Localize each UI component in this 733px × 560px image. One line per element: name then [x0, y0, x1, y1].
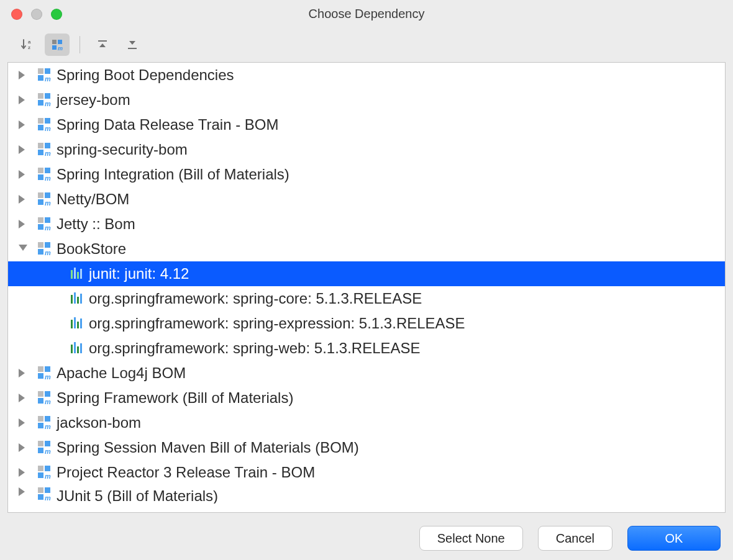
- tree-item-label: Spring Session Maven Bill of Materials (…: [57, 439, 725, 456]
- maven-module-icon: [35, 192, 54, 206]
- chevron-right-icon: [19, 369, 27, 377]
- disclosure-arrow[interactable]: [8, 468, 35, 477]
- tree-item-module[interactable]: Spring Boot Dependencies: [8, 63, 725, 88]
- tree-item-module[interactable]: Apache Log4j BOM: [8, 361, 725, 386]
- tree-item-module[interactable]: jersey-bom: [8, 88, 725, 112]
- disclosure-arrow[interactable]: [8, 220, 35, 228]
- svg-text:m: m: [58, 45, 63, 52]
- disclosure-arrow[interactable]: [8, 245, 35, 253]
- svg-rect-4: [52, 45, 57, 50]
- tree-item-library[interactable]: junit: junit: 4.12: [8, 261, 725, 286]
- chevron-right-icon: [19, 487, 27, 496]
- disclosure-arrow[interactable]: [8, 195, 35, 204]
- dialog-window: Choose Dependency a z m: [0, 0, 733, 560]
- chevron-down-icon: [19, 245, 27, 253]
- dialog-footer: Select None Cancel OK: [0, 517, 733, 560]
- tree-item-module[interactable]: Jetty :: Bom: [8, 212, 725, 237]
- maven-module-icon: [35, 366, 54, 380]
- maven-module-icon: [35, 466, 54, 479]
- tree-item-label: spring-security-bom: [57, 141, 725, 158]
- svg-text:a: a: [28, 39, 31, 45]
- minimize-window-button[interactable]: [31, 9, 42, 20]
- titlebar: Choose Dependency: [0, 0, 733, 27]
- dependency-tree[interactable]: Spring Boot Dependenciesjersey-bomSpring…: [8, 63, 725, 512]
- chevron-right-icon: [19, 145, 27, 154]
- sort-alpha-button[interactable]: a z: [15, 34, 40, 56]
- maximize-window-button[interactable]: [51, 9, 62, 20]
- tree-item-module[interactable]: Project Reactor 3 Release Train - BOM: [8, 460, 725, 485]
- tree-item-module[interactable]: JUnit 5 (Bill of Materials): [8, 485, 725, 504]
- maven-module-icon: [35, 391, 54, 405]
- maven-module-icon: [35, 441, 54, 454]
- maven-module-icon: [35, 93, 54, 107]
- library-icon: [68, 292, 86, 305]
- disclosure-arrow[interactable]: [8, 96, 35, 104]
- disclosure-arrow[interactable]: [8, 394, 35, 402]
- chevron-right-icon: [19, 120, 27, 129]
- tree-item-module[interactable]: BookStore: [8, 237, 725, 261]
- maven-module-icon: [35, 68, 54, 82]
- tree-item-library[interactable]: org.springframework: spring-core: 5.1.3.…: [8, 286, 725, 311]
- maven-module-icon: [35, 168, 54, 181]
- disclosure-arrow[interactable]: [8, 369, 35, 377]
- window-controls: [11, 9, 62, 20]
- disclosure-arrow[interactable]: [8, 487, 35, 496]
- chevron-right-icon: [19, 468, 27, 477]
- chevron-right-icon: [19, 394, 27, 402]
- chevron-right-icon: [19, 96, 27, 104]
- tree-item-label: Spring Integration (Bill of Materials): [57, 166, 725, 183]
- library-icon: [68, 342, 86, 355]
- maven-module-icon: [35, 242, 54, 256]
- maven-module-icon: [35, 487, 54, 501]
- disclosure-arrow[interactable]: [8, 145, 35, 154]
- disclosure-arrow[interactable]: [8, 443, 35, 452]
- tree-item-library[interactable]: org.springframework: spring-expression: …: [8, 311, 725, 336]
- tree-item-module[interactable]: Spring Integration (Bill of Materials): [8, 162, 725, 187]
- maven-module-icon: [35, 143, 54, 156]
- tree-item-label: Netty/BOM: [57, 191, 725, 208]
- chevron-right-icon: [19, 195, 27, 204]
- sort-az-icon: a z: [20, 38, 34, 52]
- tree-item-label: Apache Log4j BOM: [57, 364, 725, 382]
- tree-item-label: jackson-bom: [57, 414, 725, 431]
- tree-item-module[interactable]: Netty/BOM: [8, 187, 725, 212]
- select-none-button[interactable]: Select None: [419, 526, 523, 551]
- tree-item-module[interactable]: spring-security-bom: [8, 137, 725, 162]
- tree-item-label: org.springframework: spring-web: 5.1.3.R…: [89, 340, 725, 357]
- chevron-right-icon: [19, 220, 27, 228]
- tree-item-label: Project Reactor 3 Release Train - BOM: [57, 464, 725, 481]
- tree-item-label: Jetty :: Bom: [57, 215, 725, 233]
- tree-item-label: junit: junit: 4.12: [89, 265, 725, 282]
- tree-item-label: jersey-bom: [57, 91, 725, 109]
- disclosure-arrow[interactable]: [8, 71, 35, 79]
- expand-all-button[interactable]: [90, 34, 115, 56]
- disclosure-arrow[interactable]: [8, 120, 35, 129]
- tree-item-module[interactable]: Spring Session Maven Bill of Materials (…: [8, 435, 725, 460]
- tree-item-label: Spring Framework (Bill of Materials): [57, 389, 725, 407]
- cancel-button[interactable]: Cancel: [538, 526, 612, 551]
- disclosure-arrow[interactable]: [8, 418, 35, 427]
- tree-item-label: Spring Data Release Train - BOM: [57, 116, 725, 133]
- ok-button[interactable]: OK: [627, 526, 721, 551]
- chevron-right-icon: [19, 443, 27, 452]
- disclosure-arrow[interactable]: [8, 170, 35, 179]
- tree-item-label: JUnit 5 (Bill of Materials): [57, 487, 725, 504]
- tree-item-module[interactable]: Spring Framework (Bill of Materials): [8, 386, 725, 410]
- toolbar: a z m: [0, 27, 733, 62]
- tree-item-label: org.springframework: spring-core: 5.1.3.…: [89, 290, 725, 307]
- tree-item-label: org.springframework: spring-expression: …: [89, 315, 725, 332]
- show-modules-button[interactable]: m: [45, 34, 70, 56]
- maven-module-icon: [35, 217, 54, 231]
- tree-item-library[interactable]: org.springframework: spring-web: 5.1.3.R…: [8, 336, 725, 361]
- collapse-all-button[interactable]: [120, 34, 145, 56]
- svg-text:z: z: [28, 45, 30, 50]
- collapse-all-icon: [126, 38, 139, 51]
- library-icon: [68, 268, 86, 280]
- svg-rect-3: [58, 40, 62, 44]
- maven-module-icon: m: [50, 38, 64, 52]
- tree-item-module[interactable]: jackson-bom: [8, 410, 725, 435]
- chevron-right-icon: [19, 418, 27, 427]
- close-window-button[interactable]: [11, 9, 22, 20]
- dialog-title: Choose Dependency: [0, 7, 733, 21]
- tree-item-module[interactable]: Spring Data Release Train - BOM: [8, 112, 725, 137]
